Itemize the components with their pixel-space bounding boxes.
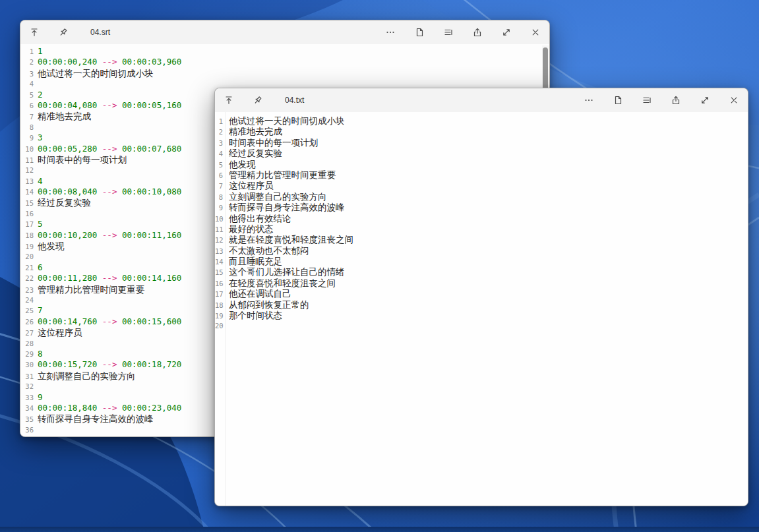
line-number: 23 xyxy=(20,285,34,295)
share-button[interactable] xyxy=(666,91,686,109)
open-in-default-app-button[interactable] xyxy=(24,23,44,42)
line-content: 6 xyxy=(38,262,43,273)
line-number: 5 xyxy=(20,90,34,100)
editor-line[interactable]: 200:00:00,240 --> 00:00:03,960 xyxy=(20,57,549,67)
timestamp-start: 00:00:14,760 xyxy=(38,316,97,326)
text-lines-icon xyxy=(443,27,454,38)
view-options-button[interactable] xyxy=(439,23,458,42)
close-button[interactable] xyxy=(724,91,744,109)
editor-line[interactable]: 11 xyxy=(20,46,549,57)
more-options-button[interactable] xyxy=(579,91,599,109)
more-options-button[interactable] xyxy=(380,23,400,42)
line-number: 12 xyxy=(20,165,34,175)
line-content: 在轻度喜悦和轻度沮丧之间 xyxy=(229,278,336,288)
titlebar-left-controls xyxy=(24,23,73,42)
editor-line[interactable]: 17他还在调试自己 xyxy=(215,288,748,299)
line-content: 立刻调整自己的实验方向 xyxy=(38,370,136,381)
timestamp-end: 00:00:11,160 xyxy=(122,230,181,240)
editor-line[interactable]: 5他发现 xyxy=(215,159,748,169)
editor-line[interactable]: 16在轻度喜悦和轻度沮丧之间 xyxy=(215,278,748,288)
window-title: 04.txt xyxy=(285,96,304,105)
line-number: 1 xyxy=(215,116,223,127)
editor-line[interactable]: 15这个哥们儿选择让自己的情绪 xyxy=(215,266,748,277)
editor-line[interactable]: 13不太激动也不太郁闷 xyxy=(215,245,748,256)
line-number: 33 xyxy=(20,392,34,403)
share-button[interactable] xyxy=(468,23,487,42)
editor-line[interactable]: 11最好的状态 xyxy=(215,223,748,234)
line-content: 那个时间状态 xyxy=(229,310,282,320)
line-content: 他得出有效结论 xyxy=(229,213,291,223)
line-number: 2 xyxy=(20,57,34,67)
timestamp-start: 00:00:18,840 xyxy=(38,403,97,413)
timestamp-end: 00:00:07,680 xyxy=(122,144,181,154)
timestamp-start: 00:00:11,280 xyxy=(38,273,97,283)
editor-line[interactable]: 1他试过将一天的时间切成小块 xyxy=(215,115,748,126)
taskbar[interactable] xyxy=(0,527,759,532)
editor-line[interactable]: 14而且睡眠充足 xyxy=(215,256,748,266)
open-with-button[interactable] xyxy=(410,23,429,42)
line-number: 16 xyxy=(20,208,34,219)
line-content: 这位程序员 xyxy=(229,180,274,191)
window-title: 04.srt xyxy=(90,28,110,37)
fullscreen-button[interactable] xyxy=(497,23,516,42)
line-content: 精准地去完成 xyxy=(38,111,91,121)
ellipsis-icon xyxy=(584,95,594,105)
titlebar-right-controls xyxy=(579,91,744,109)
editor-line[interactable]: 3时间表中的每一项计划 xyxy=(215,137,748,148)
timestamp-arrow: --> xyxy=(97,57,122,67)
line-number: 13 xyxy=(20,176,34,187)
pin-icon xyxy=(58,27,69,38)
editor-line[interactable]: 3他试过将一天的时间切成小块 xyxy=(20,68,549,78)
editor-line[interactable]: 20 xyxy=(215,320,748,331)
close-icon xyxy=(729,95,739,105)
line-number: 1 xyxy=(20,46,34,57)
line-content: 不太激动也不太郁闷 xyxy=(229,245,309,256)
line-number: 3 xyxy=(215,138,223,148)
editor-line[interactable]: 8立刻调整自己的实验方向 xyxy=(215,191,748,202)
close-button[interactable] xyxy=(526,23,545,42)
editor-line[interactable]: 9转而探寻自身专注高效的波峰 xyxy=(215,202,748,212)
txt-window-titlebar[interactable]: 04.txt xyxy=(215,88,748,112)
expand-diagonal-icon xyxy=(501,27,512,38)
txt-editor-content[interactable]: 1他试过将一天的时间切成小块2精准地去完成3时间表中的每一项计划4经过反复实验5… xyxy=(215,112,748,506)
line-number: 17 xyxy=(20,219,34,229)
editor-line[interactable]: 12就是在轻度喜悦和轻度沮丧之间 xyxy=(215,234,748,245)
view-options-button[interactable] xyxy=(637,91,657,109)
line-content: 00:00:05,280 --> 00:00:07,680 xyxy=(38,144,181,154)
arrow-up-to-bar-icon xyxy=(29,27,40,38)
line-content: 他发现 xyxy=(229,159,256,169)
titlebar-right-controls xyxy=(380,23,545,42)
line-content: 这位程序员 xyxy=(38,327,82,338)
line-content: 立刻调整自己的实验方向 xyxy=(229,191,327,202)
srt-window-titlebar[interactable]: 04.srt xyxy=(20,20,549,44)
line-number: 6 xyxy=(215,170,223,181)
line-content: 这个哥们儿选择让自己的情绪 xyxy=(229,266,345,277)
timestamp-end: 00:00:14,160 xyxy=(122,273,181,283)
timestamp-start: 00:00:15,720 xyxy=(38,359,97,369)
line-number: 28 xyxy=(20,338,34,349)
timestamp-arrow: --> xyxy=(97,273,122,283)
editor-line[interactable]: 10他得出有效结论 xyxy=(215,213,748,223)
share-icon xyxy=(671,95,681,105)
pin-on-top-button[interactable] xyxy=(248,91,268,109)
line-content: 经过反复实验 xyxy=(38,197,91,208)
line-number: 11 xyxy=(20,155,34,165)
text-lines-icon xyxy=(642,95,652,105)
line-content: 00:00:10,200 --> 00:00:11,160 xyxy=(38,230,181,241)
pin-on-top-button[interactable] xyxy=(53,23,73,42)
line-number: 27 xyxy=(20,328,34,338)
editor-line[interactable]: 6管理精力比管理时间更重要 xyxy=(215,169,748,180)
editor-line[interactable]: 18从郁闷到恢复正常的 xyxy=(215,299,748,310)
editor-line[interactable]: 4经过反复实验 xyxy=(215,148,748,158)
timestamp-start: 00:00:10,200 xyxy=(38,230,97,240)
editor-line[interactable]: 2精准地去完成 xyxy=(215,126,748,136)
line-content: 5 xyxy=(38,219,43,229)
open-with-button[interactable] xyxy=(608,91,628,109)
open-in-default-app-button[interactable] xyxy=(219,91,239,109)
editor-line[interactable]: 7这位程序员 xyxy=(215,180,748,191)
line-number: 4 xyxy=(215,148,223,159)
editor-line[interactable]: 19那个时间状态 xyxy=(215,310,748,320)
line-number: 20 xyxy=(20,251,34,262)
fullscreen-button[interactable] xyxy=(695,91,715,109)
line-content: 管理精力比管理时间更重要 xyxy=(38,284,144,295)
